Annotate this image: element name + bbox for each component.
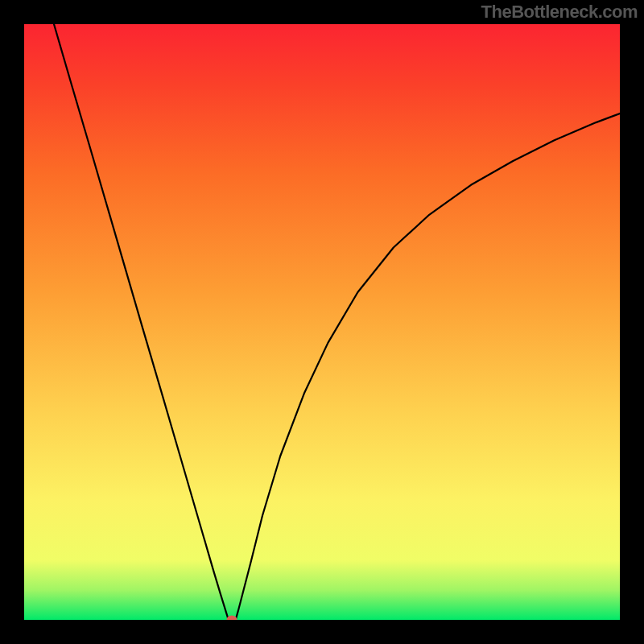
- optimal-point-marker: [227, 616, 237, 621]
- bottleneck-curve: [24, 24, 620, 620]
- watermark-text: TheBottleneck.com: [481, 2, 638, 23]
- plot-area: [24, 24, 620, 620]
- chart-frame: TheBottleneck.com: [0, 0, 644, 644]
